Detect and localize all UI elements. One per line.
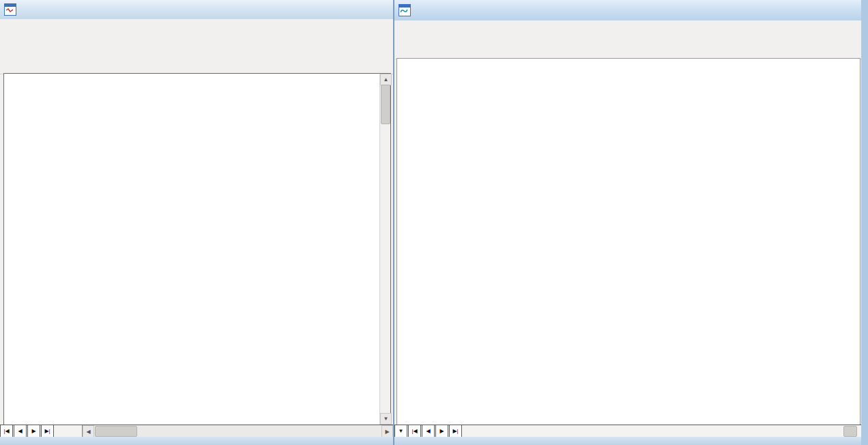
analysis-app-icon: [399, 4, 411, 16]
schematic-toolbar-edit: [0, 55, 393, 74]
analysis-window: ▼ |◀ ◀ ▶ ▶|: [394, 0, 868, 445]
next-page-button[interactable]: ▶: [27, 425, 40, 437]
schematic-horizontal-scrollbar[interactable]: ◀ ▶: [82, 425, 393, 437]
schematic-window: ▲ ▼ |◀ ◀ ▶ ▶| ◀ ▶: [0, 0, 394, 445]
prev-page-button[interactable]: ◀: [14, 425, 27, 437]
analysis-window-bottom-border: [394, 437, 861, 445]
schematic-vertical-scrollbar[interactable]: ▲ ▼: [379, 74, 390, 425]
analysis-plots: [397, 59, 858, 423]
schematic-app-icon: [4, 3, 16, 16]
scroll-right-icon[interactable]: ▶: [381, 425, 393, 437]
next-page-button[interactable]: ▶: [435, 425, 448, 437]
first-page-button[interactable]: |◀: [408, 425, 421, 437]
last-page-button[interactable]: ▶|: [449, 425, 462, 437]
analysis-toolbar-main: [394, 20, 861, 41]
schematic-toolbar-view: [0, 38, 393, 57]
scroll-up-icon[interactable]: ▲: [380, 74, 392, 85]
schematic-titlebar[interactable]: [0, 0, 393, 20]
analysis-scroll-grip[interactable]: [843, 426, 857, 437]
analysis-titlebar[interactable]: [394, 0, 861, 21]
last-page-button[interactable]: ▶|: [41, 425, 54, 437]
schematic-toolbar-main: [0, 19, 393, 39]
prev-page-button[interactable]: ◀: [422, 425, 435, 437]
plot-panel[interactable]: [396, 58, 860, 426]
first-page-button[interactable]: |◀: [0, 425, 13, 437]
micro-cap-workspace: { "left_window": { "title": "C:\\MC11\\D…: [0, 0, 868, 445]
schematic-tabrow: |◀ ◀ ▶ ▶| ◀ ▶: [0, 425, 393, 437]
horizontal-scroll-thumb[interactable]: [95, 426, 137, 437]
analysis-toolbar-cursor: [394, 40, 861, 59]
schematic-canvas[interactable]: ▲ ▼: [3, 73, 391, 425]
scroll-down-icon[interactable]: ▼: [380, 413, 392, 425]
schematic-drawing: [5, 75, 379, 425]
page-dropdown-button[interactable]: ▼: [394, 425, 407, 437]
scroll-left-icon[interactable]: ◀: [83, 425, 94, 437]
analysis-tabrow: ▼ |◀ ◀ ▶ ▶|: [394, 425, 861, 437]
vertical-scroll-thumb[interactable]: [381, 85, 390, 124]
schematic-window-bottom-border: [0, 437, 393, 445]
